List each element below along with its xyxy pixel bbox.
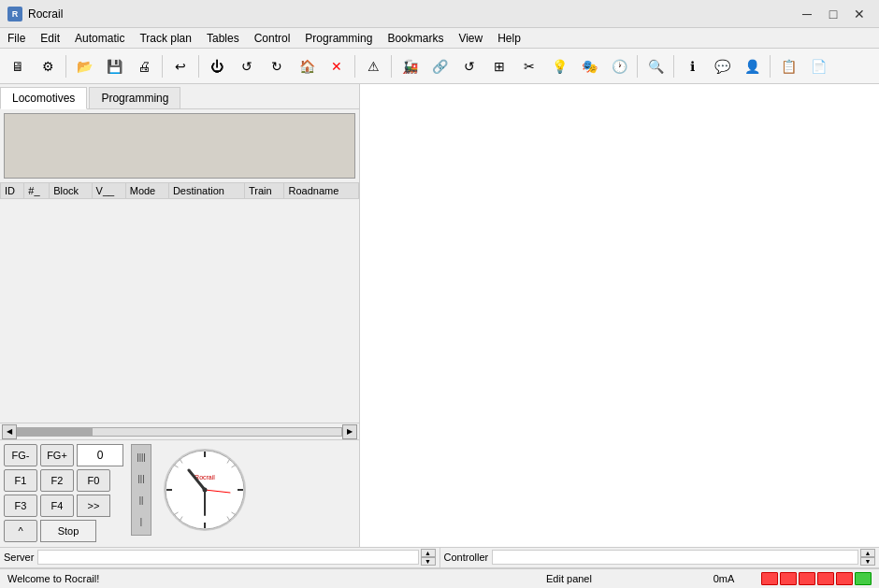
scroll-right-button[interactable]: ▶ <box>342 424 357 439</box>
toolbar-save-btn[interactable]: 💾 <box>100 52 128 80</box>
status-current: 0mA <box>686 573 761 584</box>
forward-button[interactable]: >> <box>77 495 110 517</box>
toolbar-user-btn[interactable]: 👤 <box>738 52 766 80</box>
toolbar-undo-btn[interactable]: ↩ <box>166 52 195 80</box>
toolbar-loop-btn[interactable]: ↺ <box>455 52 483 80</box>
horizontal-scrollbar: ◀ ▶ <box>0 423 359 439</box>
stop-button[interactable]: Stop <box>40 520 96 542</box>
toolbar-info-btn[interactable]: ℹ <box>678 52 706 80</box>
status-indicators <box>761 572 872 585</box>
col-destination: Destination <box>168 183 244 199</box>
col-num: #_ <box>24 183 50 199</box>
slider-mark-3: ||| <box>137 475 144 483</box>
server-label: Server <box>4 552 34 563</box>
speed-slider[interactable]: |||| ||| || | <box>131 444 151 536</box>
toolbar-sep-4 <box>354 55 355 78</box>
scroll-track[interactable] <box>17 427 342 437</box>
toolbar-settings-btn[interactable]: ⚙ <box>34 52 62 80</box>
toolbar-clipboard-btn[interactable]: 📋 <box>774 52 802 80</box>
controller-scroll-up[interactable]: ▲ <box>860 549 875 557</box>
toolbar-sep-2 <box>162 55 163 78</box>
controller-scroll-down[interactable]: ▼ <box>860 557 875 566</box>
toolbar-train-btn[interactable]: 🚂 <box>396 52 424 80</box>
server-scroll-down[interactable]: ▼ <box>421 557 436 566</box>
tabs: Locomotives Programming <box>0 84 359 109</box>
controller-scroll: ▲ ▼ <box>860 549 875 566</box>
toolbar-refresh2-btn[interactable]: ↻ <box>263 52 291 80</box>
indicator-4 <box>817 572 834 585</box>
server-controller-bar: Server ▲ ▼ Controller ▲ ▼ <box>0 548 879 568</box>
f3-f4-forward-row: F3 F4 >> <box>4 495 123 517</box>
col-id: ID <box>1 183 24 199</box>
menu-file[interactable]: File <box>0 28 33 48</box>
toolbar-theater-btn[interactable]: 🎭 <box>575 52 603 80</box>
menu-bookmarks[interactable]: Bookmarks <box>380 28 451 48</box>
server-section: Server ▲ ▼ <box>0 548 440 567</box>
menu-trackplan[interactable]: Track plan <box>132 28 199 48</box>
f4-button[interactable]: F4 <box>40 495 74 517</box>
toolbar-print-btn[interactable]: 🖨 <box>130 52 158 80</box>
minimize-button[interactable]: ─ <box>795 4 819 24</box>
f1-button[interactable]: F1 <box>4 469 37 492</box>
toolbar-link-btn[interactable]: 🔗 <box>425 52 454 80</box>
toolbar-monitor-btn[interactable]: 🖥 <box>4 52 32 80</box>
track-plan-area <box>360 84 879 547</box>
f0-button[interactable]: F0 <box>77 469 110 492</box>
server-input[interactable] <box>37 550 418 565</box>
col-v: V__ <box>92 183 125 199</box>
scroll-thumb[interactable] <box>18 428 93 436</box>
toolbar-sep-3 <box>198 55 199 78</box>
tab-programming[interactable]: Programming <box>89 87 180 108</box>
menu-tables[interactable]: Tables <box>199 28 247 48</box>
left-panel: Locomotives Programming ID #_ Block V__ … <box>0 84 360 547</box>
titlebar: R Rocrail ─ □ ✕ <box>0 0 879 28</box>
toolbar-power-btn[interactable]: ⏻ <box>203 52 231 80</box>
toolbar-grid-btn[interactable]: ⊞ <box>485 52 513 80</box>
menu-edit[interactable]: Edit <box>33 28 67 48</box>
indicator-1 <box>761 572 778 585</box>
menu-automatic[interactable]: Automatic <box>67 28 132 48</box>
toolbar-sep-7 <box>673 55 674 78</box>
f2-button[interactable]: F2 <box>40 469 74 492</box>
status-bar: Welcome to Rocrail! Edit panel 0mA <box>0 568 879 589</box>
speed-input[interactable] <box>77 444 123 466</box>
toolbar-cut-btn[interactable]: ✂ <box>515 52 543 80</box>
maximize-button[interactable]: □ <box>821 4 845 24</box>
svg-point-18 <box>203 488 208 493</box>
window-controls: ─ □ ✕ <box>795 4 872 24</box>
close-button[interactable]: ✕ <box>847 4 872 24</box>
toolbar-light-btn[interactable]: 💡 <box>545 52 573 80</box>
tab-locomotives[interactable]: Locomotives <box>0 87 87 109</box>
toolbar-home-btn[interactable]: 🏠 <box>293 52 321 80</box>
controller-input[interactable] <box>492 550 858 565</box>
toolbar-search-btn[interactable]: 🔍 <box>641 52 670 80</box>
toolbar-stop-btn[interactable]: ✕ <box>323 52 351 80</box>
toolbar-open-btn[interactable]: 📂 <box>70 52 98 80</box>
window-title: Rocrail <box>28 7 795 21</box>
controller-label: Controller <box>444 552 489 563</box>
menubar: File Edit Automatic Track plan Tables Co… <box>0 28 879 49</box>
indicator-5 <box>836 572 853 585</box>
fg-minus-button[interactable]: FG- <box>4 444 37 466</box>
scroll-left-button[interactable]: ◀ <box>2 424 17 439</box>
menu-programming[interactable]: Programming <box>297 28 380 48</box>
f1-f2-f0-row: F1 F2 F0 <box>4 469 123 492</box>
toolbar-clock-btn[interactable]: 🕐 <box>605 52 633 80</box>
toolbar-doc-btn[interactable]: 📄 <box>804 52 832 80</box>
up-button[interactable]: ^ <box>4 520 37 542</box>
slider-mark-1: | <box>140 518 142 526</box>
slider-mark-2: || <box>139 496 144 505</box>
menu-view[interactable]: View <box>451 28 490 48</box>
server-scroll-up[interactable]: ▲ <box>421 549 436 557</box>
toolbar-sep-8 <box>770 55 771 78</box>
indicator-2 <box>780 572 797 585</box>
menu-help[interactable]: Help <box>490 28 528 48</box>
toolbar-chat-btn[interactable]: 💬 <box>708 52 736 80</box>
fg-plus-button[interactable]: FG+ <box>40 444 74 466</box>
toolbar-refresh1-btn[interactable]: ↺ <box>233 52 261 80</box>
menu-control[interactable]: Control <box>247 28 298 48</box>
f3-button[interactable]: F3 <box>4 495 37 517</box>
status-welcome: Welcome to Rocrail! <box>7 573 546 584</box>
bottom-area: Server ▲ ▼ Controller ▲ ▼ Welcome to Roc… <box>0 547 879 588</box>
toolbar-warning-btn[interactable]: ⚠ <box>359 52 387 80</box>
